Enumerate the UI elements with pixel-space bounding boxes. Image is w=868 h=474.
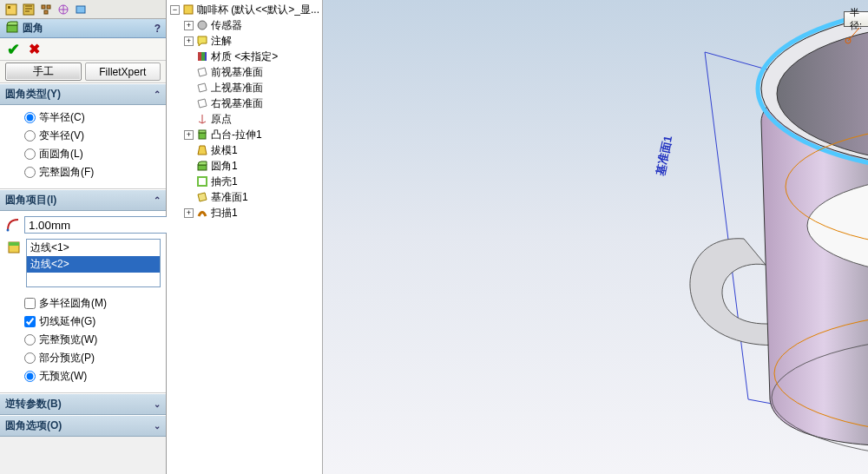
tree-item-label: 抽壳1 bbox=[211, 174, 238, 189]
svg-rect-5 bbox=[44, 10, 48, 14]
tree-item-label: 传感器 bbox=[211, 18, 242, 33]
list-item[interactable]: 边线<1> bbox=[27, 240, 160, 256]
list-item[interactable]: 边线<2> bbox=[27, 256, 160, 273]
tree-item-fillet1[interactable]: 圆角1 bbox=[167, 158, 322, 174]
radio-face-fillet[interactable]: 面圆角(L) bbox=[24, 145, 161, 163]
tab-filletxpert[interactable]: FilletXpert bbox=[85, 63, 161, 81]
tree-item-draft1[interactable]: 拔模1 bbox=[167, 142, 322, 158]
expand-icon[interactable]: + bbox=[184, 130, 194, 140]
extrude-icon bbox=[195, 128, 209, 142]
mode-tab-row: 手工 FilletXpert bbox=[0, 61, 166, 83]
edge-selection-list[interactable]: 边线<1> 边线<2> bbox=[26, 239, 161, 287]
radio-var-radius[interactable]: 变半径(V) bbox=[24, 127, 161, 145]
tree-item-label: 原点 bbox=[211, 112, 232, 127]
tree-item-label: 圆角1 bbox=[211, 159, 238, 174]
radio-full-preview-label: 完整预览(W) bbox=[39, 332, 97, 347]
tab-dimxpert-icon[interactable] bbox=[56, 2, 71, 17]
tree-root[interactable]: −咖啡杯 (默认<<默认>_显... bbox=[167, 2, 322, 17]
chevron-up-icon: ⌃ bbox=[154, 89, 161, 99]
check-tangent-prop-label: 切线延伸(G) bbox=[39, 314, 95, 329]
section-fillet-options[interactable]: 圆角选项(O)⌄ bbox=[0, 415, 166, 437]
cancel-button[interactable]: ✖ bbox=[29, 41, 40, 57]
radio-var-radius-label: 变半径(V) bbox=[39, 128, 84, 143]
section-fillet-items-label: 圆角项目(I) bbox=[5, 193, 56, 207]
radio-face-fillet-label: 面圆角(L) bbox=[39, 147, 83, 161]
origin-icon bbox=[195, 112, 209, 126]
material-icon bbox=[195, 49, 209, 63]
tab-filletxpert-label: FilletXpert bbox=[99, 66, 146, 78]
section-reverse-params-label: 逆转参数(B) bbox=[5, 397, 62, 411]
svg-rect-8 bbox=[7, 25, 17, 32]
tree-item-origin[interactable]: 原点 bbox=[167, 111, 322, 127]
tree-item-label: 前视基准面 bbox=[211, 65, 263, 80]
tree-item-material[interactable]: 材质 <未指定> bbox=[167, 49, 322, 64]
tab-config-mgr-icon[interactable] bbox=[38, 2, 54, 17]
tree-root-label: 咖啡杯 (默认<<默认>_显... bbox=[197, 3, 319, 17]
edge-callout-marker bbox=[844, 36, 852, 45]
tab-manual[interactable]: 手工 bbox=[5, 63, 82, 81]
radius-flag[interactable]: 半径: 1mm bbox=[844, 11, 868, 27]
selection-icon bbox=[5, 239, 23, 256]
tree-item-label: 扫描1 bbox=[211, 206, 238, 221]
tab-manual-label: 手工 bbox=[33, 64, 54, 79]
tree-item-label: 注解 bbox=[211, 34, 232, 49]
radio-no-preview[interactable]: 无预览(W) bbox=[24, 367, 161, 385]
annotation-icon bbox=[195, 34, 209, 48]
svg-rect-3 bbox=[42, 5, 45, 9]
expand-icon[interactable]: + bbox=[184, 208, 194, 218]
plane-icon bbox=[195, 81, 209, 95]
radio-full-round[interactable]: 完整圆角(F) bbox=[24, 163, 161, 181]
tab-display-mgr-icon[interactable] bbox=[73, 2, 89, 17]
help-icon[interactable]: ? bbox=[155, 23, 161, 35]
tree-item-plane1[interactable]: 基准面1 bbox=[167, 189, 322, 205]
fillet-feature-icon bbox=[5, 20, 19, 36]
tree-item-extrude1[interactable]: +凸台-拉伸1 bbox=[167, 127, 322, 142]
svg-rect-11 bbox=[9, 242, 19, 246]
collapse-icon[interactable]: − bbox=[170, 5, 180, 15]
tree-item-sensors[interactable]: +传感器 bbox=[167, 17, 322, 33]
svg-rect-19 bbox=[198, 165, 207, 170]
tree-item-label: 材质 <未指定> bbox=[211, 49, 278, 64]
section-reverse-params[interactable]: 逆转参数(B)⌄ bbox=[0, 393, 166, 415]
tree-item-annotations[interactable]: +注解 bbox=[167, 33, 322, 49]
section-fillet-items[interactable]: 圆角项目(I)⌃ bbox=[0, 189, 166, 211]
model-cup bbox=[661, 0, 868, 474]
check-multi-radius[interactable]: 多半径圆角(M) bbox=[24, 294, 161, 313]
confirm-row: ✔ ✖ bbox=[0, 38, 166, 61]
tree-item-top-plane[interactable]: 上视基准面 bbox=[167, 80, 322, 95]
svg-rect-4 bbox=[47, 5, 50, 9]
svg-rect-7 bbox=[76, 6, 85, 13]
viewport-3d[interactable]: 半径: 1mm 基准面1 bbox=[323, 0, 868, 474]
svg-point-13 bbox=[198, 21, 207, 30]
tab-property-mgr-icon[interactable] bbox=[21, 2, 36, 17]
section-fillet-type[interactable]: 圆角类型(Y)⌃ bbox=[0, 83, 166, 105]
radio-partial-preview-label: 部分预览(P) bbox=[39, 351, 95, 365]
tree-item-sweep1[interactable]: +扫描1 bbox=[167, 205, 322, 221]
tree-item-front-plane[interactable]: 前视基准面 bbox=[167, 64, 322, 80]
tree-item-label: 基准面1 bbox=[211, 190, 248, 205]
plane-icon bbox=[195, 65, 209, 79]
radio-const-radius[interactable]: 等半径(C) bbox=[24, 109, 161, 127]
ok-button[interactable]: ✔ bbox=[7, 40, 20, 59]
sweep-icon bbox=[195, 206, 209, 220]
check-multi-radius-label: 多半径圆角(M) bbox=[39, 296, 107, 311]
tab-feature-tree-icon[interactable] bbox=[3, 2, 19, 17]
radio-no-preview-label: 无预览(W) bbox=[39, 369, 87, 384]
chevron-down-icon: ⌄ bbox=[154, 399, 161, 409]
radius-input[interactable] bbox=[24, 216, 180, 234]
feature-title-bar: 圆角 ? bbox=[0, 19, 166, 38]
part-icon bbox=[181, 3, 195, 16]
check-tangent-prop[interactable]: 切线延伸(G) bbox=[24, 313, 161, 331]
section-fillet-type-label: 圆角类型(Y) bbox=[5, 87, 61, 102]
svg-point-9 bbox=[7, 229, 10, 232]
tree-item-right-plane[interactable]: 右视基准面 bbox=[167, 95, 322, 111]
radio-partial-preview[interactable]: 部分预览(P) bbox=[24, 349, 161, 367]
radius-input-row: ▲▼ bbox=[5, 214, 161, 239]
tree-item-shell1[interactable]: 抽壳1 bbox=[167, 174, 322, 189]
expand-icon[interactable]: + bbox=[184, 36, 194, 46]
expand-icon[interactable]: + bbox=[184, 21, 194, 30]
property-manager-pane: 圆角 ? ✔ ✖ 手工 FilletXpert 圆角类型(Y)⌃ 等半径(C) … bbox=[0, 0, 167, 474]
radius-icon bbox=[5, 216, 21, 234]
pm-tab-strip bbox=[0, 0, 166, 19]
radio-full-preview[interactable]: 完整预览(W) bbox=[24, 331, 161, 349]
